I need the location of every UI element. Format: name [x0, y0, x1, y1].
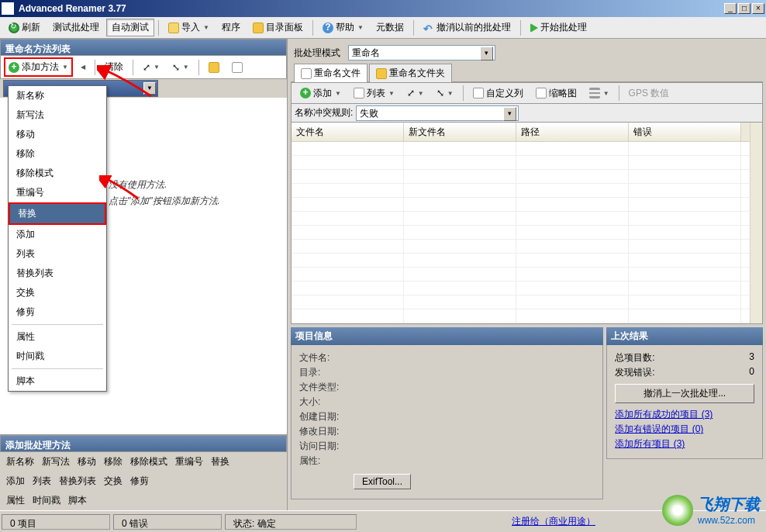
tab-rename-folders[interactable]: 重命名文件夹	[369, 64, 452, 82]
table-row	[292, 212, 750, 226]
expand2-button[interactable]: ⤢▼	[402, 85, 430, 101]
add-method-button[interactable]: + 添加方法 ▼	[4, 57, 73, 77]
quick-link[interactable]: 修剪	[130, 475, 149, 486]
program-button[interactable]: 程序	[216, 19, 246, 36]
auto-test-button[interactable]: 自动测试	[106, 19, 154, 36]
undo-last-batch-button[interactable]: 撤消上一次批处理...	[615, 384, 754, 403]
minimize-button[interactable]: _	[724, 3, 737, 14]
close-button[interactable]: ×	[752, 3, 764, 14]
column-header[interactable]: 错误	[629, 123, 741, 141]
batch-mode-label: 批处理模式	[294, 47, 340, 60]
menu-item-重编号[interactable]: 重编号	[9, 183, 106, 202]
table-row	[292, 156, 750, 170]
quick-link[interactable]: 移除	[104, 456, 122, 467]
register-link[interactable]: 注册给（商业用途）	[512, 515, 595, 528]
test-batch-button[interactable]: 测试批处理	[47, 19, 105, 36]
right-pane: 批处理模式 重命名 重命名文件 重命名文件夹 +添加▼ 列表▼ ⤢▼ ⤡▼ 自定…	[288, 39, 766, 510]
vertical-scrollbar[interactable]	[750, 142, 762, 323]
list-icon	[589, 88, 600, 98]
watermark: 飞翔下载 www.52z.com	[662, 494, 760, 526]
table-body	[292, 142, 750, 323]
quick-link[interactable]: 替换	[211, 456, 229, 467]
metadata-button[interactable]: 元数据	[371, 19, 409, 36]
menu-item-修剪[interactable]: 修剪	[9, 302, 106, 322]
menu-item-列表[interactable]: 列表	[9, 244, 106, 264]
column-header[interactable]: 文件名	[292, 123, 404, 141]
menu-item-新写法[interactable]: 新写法	[9, 105, 106, 125]
quick-link[interactable]: 脚本	[68, 495, 87, 506]
menu-item-移除[interactable]: 移除	[9, 144, 106, 164]
help-icon: ?	[323, 22, 333, 33]
add-all-link[interactable]: 添加所有项目 (3)	[615, 437, 754, 451]
menu-item-交换[interactable]: 交换	[9, 283, 106, 302]
start-batch-button[interactable]: 开始批处理	[525, 19, 592, 36]
menu-item-移除模式[interactable]: 移除模式	[9, 164, 106, 183]
nav-prev-button[interactable]: ◀	[74, 61, 91, 73]
maximize-button[interactable]: □	[738, 3, 750, 14]
vertical-scrollbar[interactable]	[750, 123, 762, 142]
menu-item-时间戳[interactable]: 时间戳	[9, 347, 106, 366]
menu-item-新名称[interactable]: 新名称	[9, 86, 106, 105]
undo-batch-button[interactable]: 撤消以前的批处理	[418, 19, 516, 36]
conflict-rule-select[interactable]: 失败	[356, 105, 519, 121]
add-method-menu[interactable]: 新名称新写法移动移除移除模式重编号替换添加列表替换列表交换修剪属性时间戳脚本	[8, 85, 107, 392]
quick-link[interactable]: 新名称	[6, 456, 34, 467]
open-button[interactable]	[203, 60, 225, 75]
image-icon	[536, 88, 547, 98]
clear-button[interactable]: 清除	[99, 58, 129, 76]
dir-panel-button[interactable]: 目录面板	[247, 19, 309, 36]
collapse2-button[interactable]: ⤡▼	[431, 85, 459, 101]
list-button[interactable]: 列表▼	[348, 85, 400, 102]
quick-link[interactable]: 添加	[6, 475, 25, 486]
column-header[interactable]: 路径	[516, 123, 629, 141]
menu-item-替换[interactable]: 替换	[9, 202, 106, 225]
refresh-button[interactable]: 刷新	[3, 19, 46, 36]
view-button[interactable]: ▼	[584, 85, 615, 101]
custom-columns-button[interactable]: 自定义列	[468, 85, 529, 102]
add-batch-method-header: 添加批处理方法	[0, 435, 287, 452]
collapse-button[interactable]: ⤡▼	[167, 60, 195, 75]
table-row	[292, 240, 750, 254]
menu-item-移动[interactable]: 移动	[9, 125, 106, 144]
menu-item-属性[interactable]: 属性	[9, 327, 106, 347]
rename-method-header: 重命名方法列表	[0, 39, 287, 56]
expand-button[interactable]: ⤢▼	[137, 60, 165, 75]
status-errors: 0 错误	[113, 514, 222, 530]
file-icon	[301, 68, 312, 79]
quick-links-row2: 添加列表替换列表交换修剪	[0, 472, 287, 491]
chevron-down-icon: ▼	[62, 64, 68, 71]
menu-item-添加[interactable]: 添加	[9, 225, 106, 244]
status-state: 状态: 确定	[225, 514, 357, 530]
quick-link[interactable]: 新写法	[42, 456, 70, 467]
help-button[interactable]: ?帮助▼	[317, 19, 369, 36]
exiftool-button[interactable]: ExifTool...	[354, 474, 411, 489]
save-button[interactable]	[226, 60, 248, 75]
quick-link[interactable]: 移除模式	[130, 456, 167, 467]
app-icon	[2, 2, 14, 15]
add-error-link[interactable]: 添加有错误的项目 (0)	[615, 423, 754, 436]
menu-item-脚本[interactable]: 脚本	[9, 371, 106, 391]
status-bar: 0 项目 0 错误 状态: 确定 注册给（商业用途）	[0, 510, 766, 532]
quick-link[interactable]: 重编号	[175, 456, 203, 467]
quick-links-row1: 新名称新写法移动移除移除模式重编号替换	[0, 452, 287, 472]
table-row	[292, 295, 750, 309]
quick-link[interactable]: 属性	[6, 495, 25, 506]
quick-link[interactable]: 替换列表	[59, 475, 96, 486]
folder-icon	[253, 22, 264, 33]
tab-rename-files[interactable]: 重命名文件	[294, 64, 367, 82]
quick-link[interactable]: 交换	[104, 475, 122, 486]
import-button[interactable]: 导入▼	[163, 19, 215, 36]
add-file-button[interactable]: +添加▼	[295, 85, 347, 102]
add-success-link[interactable]: 添加所有成功的项目 (3)	[615, 408, 754, 421]
folder-icon	[376, 68, 387, 79]
table-row	[292, 142, 750, 156]
column-header[interactable]: 新文件名	[404, 123, 516, 141]
quick-link[interactable]: 时间戳	[33, 495, 60, 506]
batch-mode-select[interactable]: 重命名	[348, 45, 495, 60]
quick-link[interactable]: 列表	[33, 475, 51, 486]
file-tabs: 重命名文件 重命名文件夹	[291, 64, 763, 82]
save-icon	[232, 62, 243, 73]
quick-link[interactable]: 移动	[78, 456, 96, 467]
thumbnail-button[interactable]: 缩略图	[530, 85, 582, 102]
menu-item-替换列表[interactable]: 替换列表	[9, 264, 106, 283]
